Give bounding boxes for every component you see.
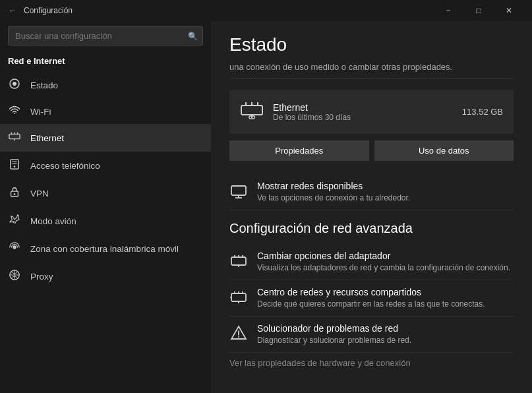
wifi-icon — [8, 106, 21, 117]
sidebar-item-vpn[interactable]: VPN — [0, 179, 211, 207]
sidebar-section-title: Red e Internet — [0, 53, 211, 71]
sidebar-item-label-ethernet: Ethernet — [30, 133, 64, 143]
svg-rect-23 — [231, 186, 246, 195]
ethernet-name: Ethernet — [273, 102, 453, 113]
ethernet-info: Ethernet De los últimos 30 días — [273, 102, 453, 122]
proxy-icon — [8, 269, 21, 284]
svg-point-12 — [14, 193, 16, 195]
zona-icon — [8, 241, 21, 256]
centro-redes-desc: Decide qué quieres compartir en las rede… — [257, 299, 485, 309]
main-layout: 🔍 Red e Internet Estado — [0, 21, 532, 393]
titlebar: ← Configuración − □ ✕ — [0, 0, 532, 21]
titlebar-title: Configuración — [24, 6, 73, 15]
search-input[interactable] — [8, 26, 203, 45]
ethernet-usage: 113.52 GB — [462, 107, 503, 117]
sidebar-item-proxy[interactable]: Proxy — [0, 262, 211, 290]
centro-redes-icon — [229, 288, 248, 309]
minimize-button[interactable]: − — [433, 0, 463, 21]
svg-rect-26 — [231, 257, 246, 265]
sidebar: 🔍 Red e Internet Estado — [0, 21, 211, 393]
svg-point-8 — [14, 166, 16, 167]
acceso-icon — [8, 158, 21, 173]
ethernet-nav-icon — [8, 131, 21, 145]
sidebar-item-label-estado: Estado — [30, 80, 58, 90]
ethernet-sub: De los últimos 30 días — [273, 113, 453, 122]
sidebar-item-label-acceso: Acceso telefónico — [30, 161, 100, 171]
avion-icon — [8, 214, 21, 228]
centro-redes-item[interactable]: Centro de redes y recursos compartidos D… — [229, 280, 514, 317]
uso-datos-button[interactable]: Uso de datos — [374, 140, 514, 161]
solucionador-title: Solucionador de problemas de red — [257, 323, 411, 334]
sidebar-item-zona[interactable]: Zona con cobertura inalámbrica móvil — [0, 235, 211, 262]
svg-point-1 — [13, 82, 16, 86]
advanced-title: Configuración de red avanzada — [229, 221, 514, 236]
solucionador-info: Solucionador de problemas de red Diagnos… — [257, 323, 411, 345]
vpn-icon — [8, 186, 21, 200]
svg-rect-31 — [231, 293, 246, 301]
sidebar-item-label-avion: Modo avión — [30, 216, 76, 226]
back-button[interactable]: ← — [8, 5, 17, 16]
ethernet-card: Ethernet De los últimos 30 días 113.52 G… — [229, 90, 514, 134]
adaptor-item[interactable]: Cambiar opciones del adaptador Visualiza… — [229, 244, 514, 280]
svg-rect-2 — [9, 134, 20, 138]
sidebar-item-avion[interactable]: Modo avión — [0, 207, 211, 235]
adaptor-info: Cambiar opciones del adaptador Visualiza… — [257, 251, 510, 272]
adaptor-desc: Visualiza los adaptadores de red y cambi… — [257, 263, 510, 272]
propiedades-button[interactable]: Propiedades — [229, 140, 369, 161]
subtitle-text: una conexión de uso medido o cambiar otr… — [229, 62, 514, 79]
maximize-button[interactable]: □ — [463, 0, 494, 21]
mostrar-redes-icon — [229, 182, 248, 203]
sidebar-item-label-proxy: Proxy — [30, 272, 53, 282]
svg-point-13 — [13, 245, 16, 249]
search-icon: 🔍 — [188, 32, 198, 41]
solucionador-icon — [229, 324, 248, 346]
sidebar-item-label-wifi: Wi-Fi — [30, 107, 51, 117]
footer-link[interactable]: Ver las propiedades de hardware y de con… — [229, 353, 514, 373]
window-controls: − □ ✕ — [433, 0, 524, 21]
sidebar-item-ethernet[interactable]: Ethernet — [0, 124, 211, 152]
centro-redes-title: Centro de redes y recursos compartidos — [257, 287, 485, 297]
page-title: Estado — [229, 34, 514, 55]
svg-point-38 — [238, 336, 239, 338]
adaptor-icon — [229, 252, 248, 273]
svg-rect-17 — [241, 106, 262, 115]
mostrar-redes-info: Mostrar redes disponibles Ve las opcione… — [257, 181, 410, 202]
mostrar-redes-title: Mostrar redes disponibles — [257, 181, 410, 191]
sidebar-item-label-zona: Zona con cobertura inalámbrica móvil — [30, 244, 179, 254]
mostrar-redes-item[interactable]: Mostrar redes disponibles Ve las opcione… — [229, 174, 514, 210]
solucionador-item[interactable]: Solucionador de problemas de red Diagnos… — [229, 317, 514, 353]
solucionador-desc: Diagnosticar y solucionar problemas de r… — [257, 336, 411, 345]
mostrar-redes-desc: Ve las opciones de conexión a tu alreded… — [257, 193, 410, 202]
ethernet-card-icon — [240, 99, 264, 125]
svg-rect-7 — [11, 160, 19, 169]
action-buttons: Propiedades Uso de datos — [229, 140, 514, 161]
centro-redes-info: Centro de redes y recursos compartidos D… — [257, 287, 485, 309]
adaptor-title: Cambiar opciones del adaptador — [257, 251, 510, 261]
content-area: Estado una conexión de uso medido o camb… — [211, 21, 532, 393]
sidebar-item-wifi[interactable]: Wi-Fi — [0, 99, 211, 124]
estado-icon — [8, 78, 21, 92]
close-button[interactable]: ✕ — [494, 0, 524, 21]
sidebar-item-acceso[interactable]: Acceso telefónico — [0, 152, 211, 179]
sidebar-item-label-vpn: VPN — [30, 189, 49, 198]
search-container: 🔍 — [8, 26, 203, 45]
sidebar-item-estado[interactable]: Estado — [0, 71, 211, 99]
